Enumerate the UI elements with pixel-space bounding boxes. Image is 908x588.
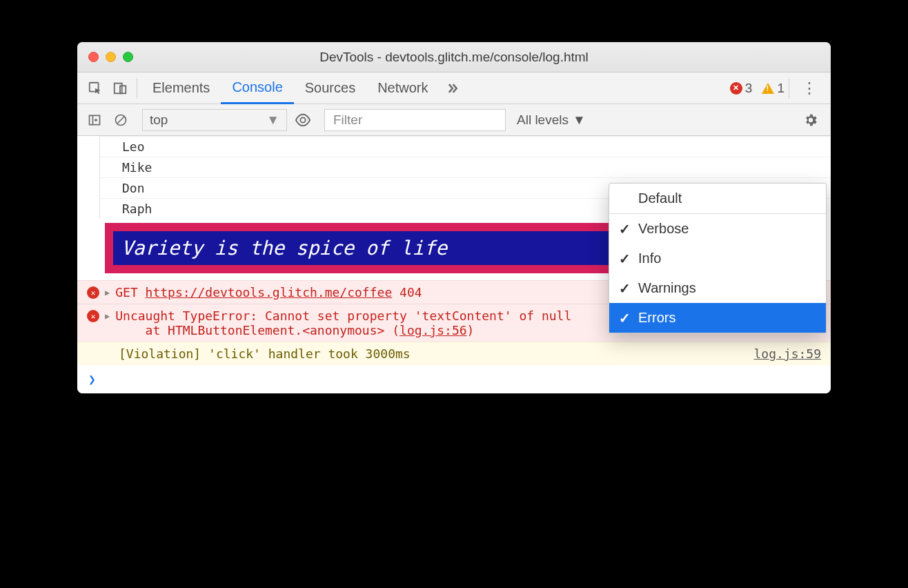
warning-count: 1 bbox=[777, 81, 784, 96]
chevron-down-icon: ▼ bbox=[573, 112, 586, 128]
violation-message: [Violation] 'click' handler took 3000ms bbox=[119, 346, 748, 361]
context-value: top bbox=[150, 112, 168, 128]
request-url-link[interactable]: https://devtools.glitch.me/coffee bbox=[146, 285, 393, 300]
tree-item[interactable]: Mike bbox=[100, 157, 831, 177]
devtools-window: DevTools - devtools.glitch.me/console/lo… bbox=[77, 42, 831, 393]
chevron-down-icon: ▼ bbox=[266, 112, 279, 128]
separator bbox=[789, 78, 789, 99]
live-expression-icon[interactable] bbox=[293, 110, 313, 130]
menu-item-info[interactable]: Info bbox=[609, 244, 826, 273]
filter-input[interactable] bbox=[324, 109, 506, 131]
warning-icon bbox=[762, 83, 774, 94]
svg-rect-1 bbox=[115, 83, 122, 93]
console-toolbar: top ▼ All levels ▼ bbox=[77, 104, 831, 136]
tab-sources[interactable]: Sources bbox=[294, 72, 366, 104]
tab-elements[interactable]: Elements bbox=[141, 72, 221, 104]
tab-console[interactable]: Console bbox=[221, 73, 293, 104]
console-settings-icon[interactable] bbox=[798, 112, 824, 128]
menu-item-errors[interactable]: Errors bbox=[609, 303, 826, 333]
expand-icon[interactable]: ▶ bbox=[105, 311, 110, 321]
window-title: DevTools - devtools.glitch.me/console/lo… bbox=[77, 50, 831, 65]
window-titlebar: DevTools - devtools.glitch.me/console/lo… bbox=[77, 42, 831, 72]
error-icon bbox=[87, 310, 99, 322]
devtools-tabstrip: Elements Console Sources Network 3 1 ⋮ bbox=[77, 72, 831, 104]
tree-item[interactable]: Leo bbox=[100, 136, 831, 157]
svg-line-6 bbox=[117, 117, 124, 124]
log-levels-menu: Default Verbose Info Warnings Errors bbox=[609, 183, 827, 333]
stack-source-link[interactable]: log.js:56 bbox=[399, 323, 467, 337]
settings-menu-icon[interactable]: ⋮ bbox=[793, 79, 825, 97]
show-console-sidebar-icon[interactable] bbox=[84, 110, 105, 130]
log-levels-dropdown[interactable]: All levels ▼ bbox=[511, 112, 591, 128]
menu-item-verbose[interactable]: Verbose bbox=[609, 214, 826, 244]
violation-log-row: [Violation] 'click' handler took 3000ms … bbox=[77, 342, 831, 365]
expand-icon[interactable]: ▶ bbox=[105, 288, 110, 297]
levels-label: All levels bbox=[517, 112, 569, 128]
error-icon bbox=[730, 82, 742, 95]
more-tabs-icon[interactable] bbox=[440, 76, 464, 101]
clear-console-icon[interactable] bbox=[110, 110, 131, 130]
menu-item-warnings[interactable]: Warnings bbox=[609, 273, 826, 303]
menu-item-default[interactable]: Default bbox=[609, 184, 826, 213]
source-link[interactable]: log.js:59 bbox=[753, 346, 821, 361]
error-count: 3 bbox=[745, 81, 753, 96]
error-count-badge[interactable]: 3 1 bbox=[730, 81, 784, 96]
console-prompt[interactable]: ❯ bbox=[77, 365, 831, 393]
svg-point-7 bbox=[300, 117, 305, 122]
separator bbox=[137, 78, 137, 99]
error-icon bbox=[87, 286, 99, 299]
inspect-element-icon[interactable] bbox=[83, 76, 108, 101]
tab-network[interactable]: Network bbox=[366, 72, 439, 104]
svg-rect-2 bbox=[120, 86, 126, 93]
device-toolbar-icon[interactable] bbox=[108, 76, 132, 101]
execution-context-select[interactable]: top ▼ bbox=[142, 109, 287, 131]
